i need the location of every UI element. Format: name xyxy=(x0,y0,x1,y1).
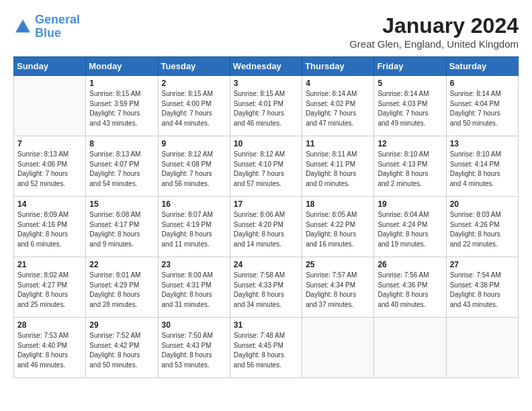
calendar-cell: 1Sunrise: 8:15 AM Sunset: 3:59 PM Daylig… xyxy=(86,76,158,136)
cell-info: Sunrise: 7:54 AM Sunset: 4:38 PM Dayligh… xyxy=(450,271,515,310)
day-number: 30 xyxy=(162,320,226,330)
cell-info: Sunrise: 7:57 AM Sunset: 4:34 PM Dayligh… xyxy=(306,271,370,310)
calendar-cell: 5Sunrise: 8:14 AM Sunset: 4:03 PM Daylig… xyxy=(374,76,446,136)
day-number: 1 xyxy=(89,79,154,88)
day-number: 19 xyxy=(378,199,442,209)
day-number: 26 xyxy=(378,260,442,269)
calendar-cell: 29Sunrise: 7:52 AM Sunset: 4:42 PM Dayli… xyxy=(86,318,158,378)
logo-line1: General xyxy=(35,13,80,26)
calendar-week-3: 14Sunrise: 8:09 AM Sunset: 4:16 PM Dayli… xyxy=(14,197,519,257)
logo-icon xyxy=(13,17,32,36)
cell-info: Sunrise: 8:11 AM Sunset: 4:11 PM Dayligh… xyxy=(306,150,370,189)
calendar-cell: 9Sunrise: 8:12 AM Sunset: 4:08 PM Daylig… xyxy=(158,136,230,197)
calendar-week-4: 21Sunrise: 8:02 AM Sunset: 4:27 PM Dayli… xyxy=(14,257,519,318)
cell-info: Sunrise: 8:15 AM Sunset: 4:01 PM Dayligh… xyxy=(234,89,298,128)
calendar-cell: 23Sunrise: 8:00 AM Sunset: 4:31 PM Dayli… xyxy=(158,257,230,318)
calendar-cell xyxy=(446,318,518,378)
month-year: January 2024 xyxy=(349,13,519,38)
cell-info: Sunrise: 8:15 AM Sunset: 4:00 PM Dayligh… xyxy=(162,89,226,128)
calendar-cell: 28Sunrise: 7:53 AM Sunset: 4:40 PM Dayli… xyxy=(14,318,86,378)
day-header-monday: Monday xyxy=(86,57,158,76)
day-number: 25 xyxy=(306,260,370,269)
cell-info: Sunrise: 8:10 AM Sunset: 4:14 PM Dayligh… xyxy=(450,150,515,189)
calendar-cell: 31Sunrise: 7:48 AM Sunset: 4:45 PM Dayli… xyxy=(230,318,302,378)
calendar-cell: 21Sunrise: 8:02 AM Sunset: 4:27 PM Dayli… xyxy=(14,257,86,318)
calendar-cell: 15Sunrise: 8:08 AM Sunset: 4:17 PM Dayli… xyxy=(86,197,158,257)
cell-info: Sunrise: 8:09 AM Sunset: 4:16 PM Dayligh… xyxy=(17,210,82,249)
calendar-cell: 8Sunrise: 8:13 AM Sunset: 4:07 PM Daylig… xyxy=(86,136,158,197)
day-number: 24 xyxy=(234,260,298,269)
calendar-cell: 26Sunrise: 7:56 AM Sunset: 4:36 PM Dayli… xyxy=(374,257,446,318)
calendar-cell: 13Sunrise: 8:10 AM Sunset: 4:14 PM Dayli… xyxy=(446,136,518,197)
calendar-week-5: 28Sunrise: 7:53 AM Sunset: 4:40 PM Dayli… xyxy=(14,318,519,378)
day-number: 6 xyxy=(450,79,515,88)
day-header-thursday: Thursday xyxy=(302,57,374,76)
location: Great Glen, England, United Kingdom xyxy=(349,38,519,50)
page-header: General Blue January 2024 Great Glen, En… xyxy=(13,13,519,50)
cell-info: Sunrise: 8:13 AM Sunset: 4:06 PM Dayligh… xyxy=(17,150,82,189)
day-number: 13 xyxy=(450,139,515,148)
day-number: 21 xyxy=(17,260,82,269)
day-number: 29 xyxy=(89,320,154,330)
calendar-cell: 12Sunrise: 8:10 AM Sunset: 4:13 PM Dayli… xyxy=(374,136,446,197)
logo-text: General Blue xyxy=(35,13,80,40)
header-row: SundayMondayTuesdayWednesdayThursdayFrid… xyxy=(14,57,519,76)
logo-line2: Blue xyxy=(35,26,61,40)
day-number: 3 xyxy=(234,79,298,88)
day-number: 28 xyxy=(17,320,82,330)
calendar-cell: 30Sunrise: 7:50 AM Sunset: 4:43 PM Dayli… xyxy=(158,318,230,378)
calendar-cell: 22Sunrise: 8:01 AM Sunset: 4:29 PM Dayli… xyxy=(86,257,158,318)
calendar-cell: 16Sunrise: 8:07 AM Sunset: 4:19 PM Dayli… xyxy=(158,197,230,257)
day-number: 23 xyxy=(162,260,226,269)
day-number: 18 xyxy=(306,199,370,209)
cell-info: Sunrise: 8:14 AM Sunset: 4:02 PM Dayligh… xyxy=(306,89,370,128)
day-number: 9 xyxy=(162,139,226,148)
cell-info: Sunrise: 7:53 AM Sunset: 4:40 PM Dayligh… xyxy=(17,331,82,370)
calendar-cell: 19Sunrise: 8:04 AM Sunset: 4:24 PM Dayli… xyxy=(374,197,446,257)
cell-info: Sunrise: 8:15 AM Sunset: 3:59 PM Dayligh… xyxy=(89,89,154,128)
day-number: 4 xyxy=(306,79,370,88)
calendar-cell: 14Sunrise: 8:09 AM Sunset: 4:16 PM Dayli… xyxy=(14,197,86,257)
day-header-tuesday: Tuesday xyxy=(158,57,230,76)
day-header-friday: Friday xyxy=(374,57,446,76)
calendar-cell: 10Sunrise: 8:12 AM Sunset: 4:10 PM Dayli… xyxy=(230,136,302,197)
calendar-cell: 20Sunrise: 8:03 AM Sunset: 4:26 PM Dayli… xyxy=(446,197,518,257)
day-header-saturday: Saturday xyxy=(446,57,518,76)
cell-info: Sunrise: 7:50 AM Sunset: 4:43 PM Dayligh… xyxy=(162,331,226,370)
day-number: 20 xyxy=(450,199,515,209)
cell-info: Sunrise: 8:07 AM Sunset: 4:19 PM Dayligh… xyxy=(162,210,226,249)
cell-info: Sunrise: 8:04 AM Sunset: 4:24 PM Dayligh… xyxy=(378,210,442,249)
calendar-cell: 6Sunrise: 8:14 AM Sunset: 4:04 PM Daylig… xyxy=(446,76,518,136)
day-number: 16 xyxy=(162,199,226,209)
calendar-cell: 17Sunrise: 8:06 AM Sunset: 4:20 PM Dayli… xyxy=(230,197,302,257)
day-number: 5 xyxy=(378,79,442,88)
calendar-cell xyxy=(302,318,374,378)
day-number: 31 xyxy=(234,320,298,330)
logo: General Blue xyxy=(13,13,80,40)
cell-info: Sunrise: 8:00 AM Sunset: 4:31 PM Dayligh… xyxy=(162,271,226,310)
calendar-cell: 25Sunrise: 7:57 AM Sunset: 4:34 PM Dayli… xyxy=(302,257,374,318)
calendar-cell xyxy=(14,76,86,136)
cell-info: Sunrise: 8:12 AM Sunset: 4:10 PM Dayligh… xyxy=(234,150,298,189)
day-number: 8 xyxy=(89,139,154,148)
title-block: January 2024 Great Glen, England, United… xyxy=(349,13,519,50)
calendar-cell: 24Sunrise: 7:58 AM Sunset: 4:33 PM Dayli… xyxy=(230,257,302,318)
calendar-cell: 27Sunrise: 7:54 AM Sunset: 4:38 PM Dayli… xyxy=(446,257,518,318)
cell-info: Sunrise: 8:05 AM Sunset: 4:22 PM Dayligh… xyxy=(306,210,370,249)
calendar-cell: 4Sunrise: 8:14 AM Sunset: 4:02 PM Daylig… xyxy=(302,76,374,136)
calendar-week-2: 7Sunrise: 8:13 AM Sunset: 4:06 PM Daylig… xyxy=(14,136,519,197)
day-number: 22 xyxy=(89,260,154,269)
calendar-week-1: 1Sunrise: 8:15 AM Sunset: 3:59 PM Daylig… xyxy=(14,76,519,136)
day-number: 7 xyxy=(17,139,82,148)
cell-info: Sunrise: 7:56 AM Sunset: 4:36 PM Dayligh… xyxy=(378,271,442,310)
cell-info: Sunrise: 8:01 AM Sunset: 4:29 PM Dayligh… xyxy=(89,271,154,310)
day-number: 27 xyxy=(450,260,515,269)
day-number: 17 xyxy=(234,199,298,209)
cell-info: Sunrise: 7:58 AM Sunset: 4:33 PM Dayligh… xyxy=(234,271,298,310)
cell-info: Sunrise: 8:14 AM Sunset: 4:03 PM Dayligh… xyxy=(378,89,442,128)
calendar-cell: 7Sunrise: 8:13 AM Sunset: 4:06 PM Daylig… xyxy=(14,136,86,197)
cell-info: Sunrise: 8:03 AM Sunset: 4:26 PM Dayligh… xyxy=(450,210,515,249)
cell-info: Sunrise: 8:14 AM Sunset: 4:04 PM Dayligh… xyxy=(450,89,515,128)
cell-info: Sunrise: 8:02 AM Sunset: 4:27 PM Dayligh… xyxy=(17,271,82,310)
day-number: 2 xyxy=(162,79,226,88)
